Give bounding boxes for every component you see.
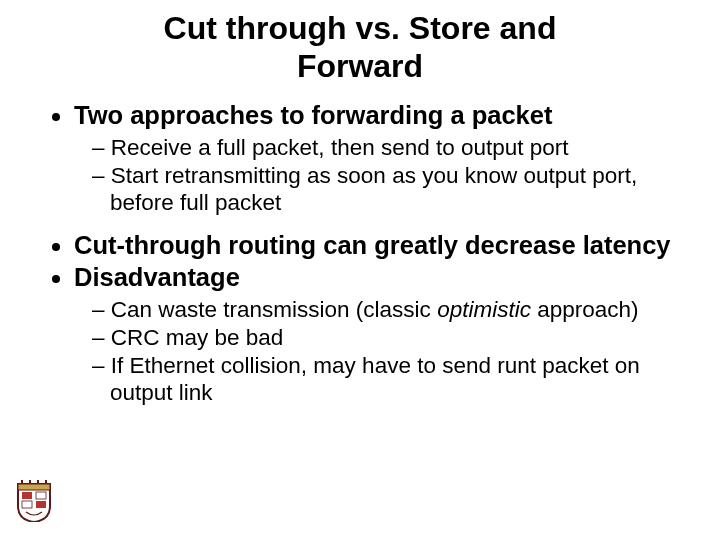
bullet-text: Disadvantage bbox=[74, 263, 240, 291]
sub-bullet: Start retransmitting as soon as you know… bbox=[110, 162, 672, 216]
bullet-two-approaches: Two approaches to forwarding a packet Re… bbox=[74, 100, 672, 216]
sub-list: Can waste transmission (classic optimist… bbox=[74, 296, 672, 406]
svg-rect-4 bbox=[22, 492, 32, 499]
svg-rect-5 bbox=[36, 492, 46, 499]
bullet-text: Cut-through routing can greatly decrease… bbox=[74, 231, 671, 259]
svg-rect-7 bbox=[36, 501, 46, 508]
bullet-text: Two approaches to forwarding a packet bbox=[74, 101, 552, 129]
sub-text-italic: optimistic bbox=[437, 297, 531, 322]
slide-title: Cut through vs. Store and Forward bbox=[48, 10, 672, 86]
slide: Cut through vs. Store and Forward Two ap… bbox=[0, 0, 720, 540]
svg-rect-6 bbox=[22, 501, 32, 508]
sub-bullet: Receive a full packet, then send to outp… bbox=[110, 134, 672, 161]
title-line-2: Forward bbox=[297, 48, 423, 84]
sub-bullet: If Ethernet collision, may have to send … bbox=[110, 352, 672, 406]
bullet-cut-through-latency: Cut-through routing can greatly decrease… bbox=[74, 230, 672, 260]
sub-bullet: Can waste transmission (classic optimist… bbox=[110, 296, 672, 323]
sub-bullet: CRC may be bad bbox=[110, 324, 672, 351]
bullet-list: Two approaches to forwarding a packet Re… bbox=[48, 100, 672, 406]
title-line-1: Cut through vs. Store and bbox=[164, 10, 557, 46]
sub-text: approach) bbox=[531, 297, 639, 322]
brown-university-crest-icon bbox=[16, 478, 52, 522]
sub-list: Receive a full packet, then send to outp… bbox=[74, 134, 672, 216]
sub-text: Can waste transmission (classic bbox=[111, 297, 437, 322]
bullet-disadvantage: Disadvantage Can waste transmission (cla… bbox=[74, 262, 672, 406]
